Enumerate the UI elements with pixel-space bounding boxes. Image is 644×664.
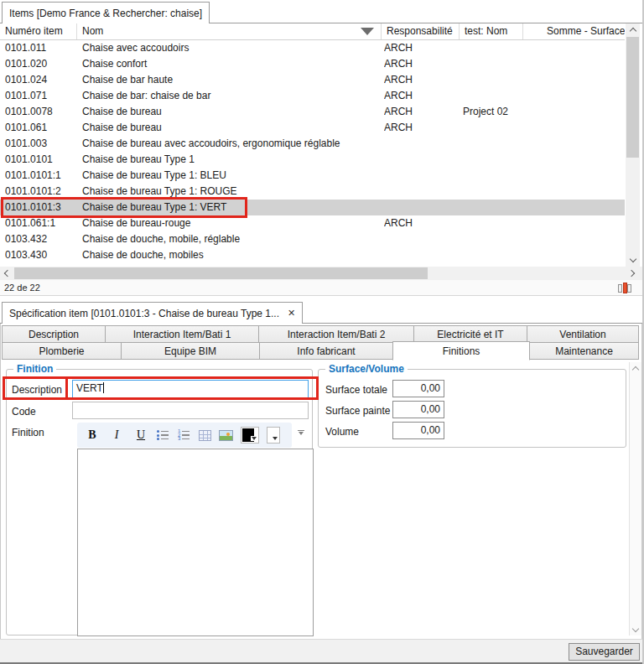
spec-tabs-row1: Description Interaction Item/Bati 1 Inte… — [3, 325, 643, 343]
table-row[interactable]: 0101.003Chaise de bureau avec accoudoirs… — [0, 136, 625, 152]
tab-electricite-et-it[interactable]: Electricité et IT — [413, 325, 527, 343]
spec-panel: Description Interaction Item/Bati 1 Inte… — [0, 324, 642, 639]
close-icon[interactable]: ✕ — [288, 308, 295, 319]
finition-group-title: Finition — [13, 363, 56, 375]
bullet-list-icon[interactable] — [157, 429, 170, 441]
items-table-header: Numéro item Nom Responsabilité test: Nom… — [0, 23, 625, 40]
surface-totale-label: Surface totale — [325, 384, 387, 396]
scroll-thumb[interactable] — [14, 267, 428, 279]
spec-tabs-row2: Plomberie Equipe BIM Info fabricant Fini… — [3, 342, 643, 360]
spec-tabbar: Spécification item [0101.0101:3 - Chaise… — [0, 301, 644, 324]
items-horizontal-scrollbar — [0, 267, 642, 280]
italic-icon[interactable]: I — [108, 426, 125, 444]
finition-richtext-editor[interactable] — [77, 449, 314, 636]
row-count-label: 22 de 22 — [0, 283, 40, 293]
insert-image-icon[interactable] — [219, 430, 233, 441]
column-header-test-nom[interactable]: test: Nom — [460, 23, 523, 39]
code-input[interactable] — [72, 402, 309, 419]
finition-groupbox: Finition Description VERT Code Finition … — [6, 369, 313, 635]
surface-painte-label: Surface painte — [325, 405, 390, 417]
scroll-down-button[interactable] — [630, 624, 641, 635]
book-icon[interactable] — [618, 282, 632, 294]
table-row[interactable]: 0101.071Chaise de bar: chaise de barARCH — [0, 88, 625, 104]
tab-maintenance[interactable]: Maintenance — [529, 342, 639, 360]
save-button[interactable]: Sauvegarder — [569, 643, 640, 661]
table-row[interactable]: 0101.024Chaise de bar hauteARCH — [0, 72, 625, 88]
scroll-thumb[interactable] — [626, 37, 639, 158]
spec-vertical-scrollbar — [629, 362, 641, 635]
surface-volume-group-title: Surface/Volume — [325, 363, 408, 375]
numbered-list-icon[interactable]: 1 2 3 — [178, 429, 191, 441]
scroll-left-button[interactable] — [0, 267, 13, 280]
column-header-responsabilite[interactable]: Responsabilité — [382, 23, 460, 39]
text-caret — [103, 382, 104, 393]
tab-equipe-bim[interactable]: Equipe BIM — [121, 342, 260, 360]
volume-label: Volume — [325, 426, 359, 438]
tab-plomberie[interactable]: Plomberie — [2, 342, 122, 360]
toolbar-overflow-icon[interactable] — [297, 430, 304, 435]
finition-label: Finition — [12, 427, 44, 438]
table-row[interactable]: 0101.020Chaise confortARCH — [0, 56, 625, 72]
table-row[interactable]: 0101.061:1Chaise de bureau-rougeARCH — [0, 215, 625, 231]
bottom-bar: Sauvegarder — [0, 639, 644, 662]
scroll-right-button[interactable] — [626, 267, 640, 280]
tab-interaction-item-bati-2[interactable]: Interaction Item/Bati 2 — [258, 325, 414, 343]
volume-input[interactable]: 0,00 — [392, 422, 444, 439]
surface-totale-input[interactable]: 0,00 — [392, 380, 444, 397]
column-header-numero[interactable]: Numéro item — [0, 23, 77, 39]
description-input[interactable]: VERT — [72, 380, 309, 398]
items-tabbar: Items [Demo France & Rechercher: chaise] — [0, 0, 644, 23]
column-header-somme-surface[interactable]: Somme - Surface — [523, 23, 625, 39]
surface-painte-input[interactable]: 0,00 — [392, 401, 444, 418]
tab-description[interactable]: Description — [2, 325, 106, 343]
scroll-up-button[interactable] — [630, 362, 641, 374]
items-table: 0101.011Chaise avec accoudoirsARCH 0101.… — [0, 40, 625, 267]
column-header-nom[interactable]: Nom — [77, 23, 382, 39]
highlight-color-icon[interactable] — [267, 427, 280, 444]
table-row[interactable]: 0103.432Chaise de douche, mobile, réglab… — [0, 231, 625, 247]
table-row[interactable]: 0101.0078Chaise de bureauARCHProject 02 — [0, 104, 625, 120]
scroll-down-button[interactable] — [626, 254, 640, 267]
underline-icon[interactable]: U — [132, 426, 149, 444]
scroll-up-button[interactable] — [626, 23, 640, 36]
tab-finitions-active[interactable]: Finitions — [392, 341, 530, 361]
spec-tab-title: Spécification item [0101.0101:3 - Chaise… — [9, 308, 279, 319]
tab-interaction-item-bati-1[interactable]: Interaction Item/Bati 1 — [105, 325, 259, 343]
bold-icon[interactable]: B — [84, 426, 101, 444]
tab-info-fabricant[interactable]: Info fabricant — [259, 342, 393, 360]
code-label: Code — [12, 406, 36, 418]
items-tab[interactable]: Items [Demo France & Rechercher: chaise] — [2, 2, 210, 23]
table-row[interactable]: 0103.430Chaise de douche, mobiles — [0, 247, 625, 263]
richtext-toolbar: B I U 1 2 3 — [77, 423, 292, 448]
table-row-selected[interactable]: 0101.0101:3Chaise de bureau Type 1: VERT — [0, 200, 625, 215]
table-row[interactable]: 0101.0101:2Chaise de bureau Type 1: ROUG… — [0, 184, 625, 200]
surface-volume-groupbox: Surface/Volume Surface totale 0,00 Surfa… — [318, 369, 626, 448]
table-row[interactable]: 0101.011Chaise avec accoudoirsARCH — [0, 40, 625, 56]
tab-ventilation[interactable]: Ventilation — [527, 325, 639, 343]
application-window: Items [Demo France & Rechercher: chaise]… — [0, 0, 644, 664]
spec-tab[interactable]: Spécification item [0101.0101:3 - Chaise… — [2, 302, 303, 324]
items-status-bar: 22 de 22 — [0, 280, 642, 296]
insert-table-icon[interactable] — [199, 430, 211, 441]
table-row[interactable]: 0101.0101:1Chaise de bureau Type 1: BLEU — [0, 168, 625, 184]
table-row[interactable]: 0101.0101Chaise de bureau Type 1 — [0, 152, 625, 168]
items-vertical-scrollbar — [626, 23, 640, 267]
text-color-icon[interactable] — [241, 427, 259, 444]
description-label: Description — [12, 384, 62, 396]
items-tab-title: Items [Demo France & Rechercher: chaise] — [9, 8, 202, 19]
filter-icon[interactable] — [361, 28, 374, 35]
table-row[interactable]: 0101.061Chaise de bureauARCH — [0, 120, 625, 136]
